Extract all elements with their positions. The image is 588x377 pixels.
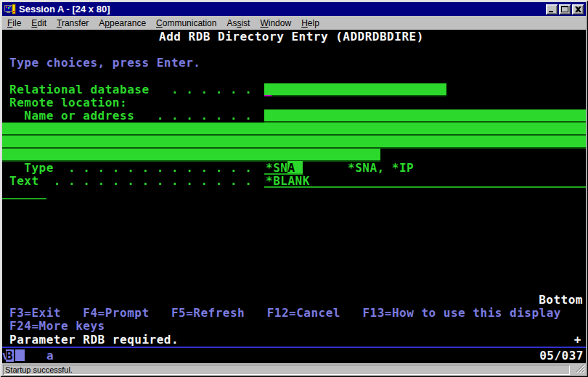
oia-cursor-block (15, 349, 25, 361)
menu-item-appearance[interactable]: Appearance (94, 17, 151, 30)
screen-title: Add RDB Directory Entry (ADDRDBDIRE) (159, 30, 424, 43)
window-title: Session A - [24 x 80] (19, 4, 546, 14)
type-field[interactable]: *SNA (266, 162, 303, 174)
oia-cursor-position: 05/037 (539, 349, 584, 362)
type-options: *SNA, *IP (348, 162, 414, 174)
minimize-icon (548, 6, 555, 12)
status-bar: Startup successful. (2, 364, 586, 376)
rmtlocname-field-line4[interactable] (2, 149, 380, 162)
text-label: Text . . . . . . . . . . . . . . (9, 175, 252, 187)
app-icon[interactable] (4, 4, 16, 15)
text-cursor (264, 95, 271, 96)
function-keys-line2: F24=More keys (9, 320, 105, 332)
rmtlocname-field-line2[interactable] (2, 123, 586, 136)
terminal-screen[interactable]: Add RDB Directory Entry (ADDRDBDIRE) Typ… (2, 30, 586, 363)
menu-item-help[interactable]: Help (296, 17, 324, 30)
oia-separator (2, 347, 586, 348)
minimize-button[interactable] (546, 4, 558, 14)
menu-item-assist[interactable]: Assist (221, 17, 255, 30)
maximize-button[interactable] (559, 4, 571, 14)
message-line: Parameter RDB required. (9, 334, 179, 346)
name-address-label: Name or address . . . . . . . (9, 109, 252, 122)
close-button[interactable] (572, 4, 584, 14)
rmtlocname-field-line3[interactable] (2, 136, 586, 149)
type-label: Type . . . . . . . . . . . . . (9, 162, 252, 174)
session-window: Session A - [24 x 80] File Edit Transfer… (0, 0, 588, 377)
menubar: File Edit Transfer Appearance Communicat… (2, 16, 586, 30)
more-messages-indicator: + (574, 334, 581, 346)
maximize-icon (561, 6, 568, 12)
text-field[interactable]: *BLANK (266, 175, 310, 187)
menu-item-transfer[interactable]: Transfer (52, 17, 94, 30)
text-field-continuation-underline[interactable] (2, 198, 46, 199)
oia-shift-indicator: a (46, 349, 54, 362)
remote-location-label: Remote location: (9, 96, 127, 109)
status-message: Startup successful. (3, 365, 570, 375)
menu-item-file[interactable]: File (2, 17, 26, 30)
oia-block-indicator: B (6, 349, 14, 362)
function-keys-line1: F3=Exit F4=Prompt F5=Refresh F12=Cancel … (9, 307, 561, 319)
resize-grip[interactable] (576, 362, 585, 376)
close-icon (575, 7, 581, 12)
rdb-label: Relational database . . . . . . (9, 83, 252, 96)
text-field-underline (264, 186, 586, 188)
bottom-indicator: Bottom (539, 294, 583, 306)
instruction-text: Type choices, press Enter. (9, 57, 200, 69)
rdb-field[interactable] (264, 83, 446, 96)
menu-item-window[interactable]: Window (255, 17, 296, 30)
oia-status-row: v B a 05/037 (2, 349, 586, 363)
menu-item-communication[interactable]: Communication (151, 17, 221, 30)
rmtlocname-field-line1[interactable] (264, 109, 586, 123)
titlebar[interactable]: Session A - [24 x 80] (2, 2, 586, 16)
menu-item-edit[interactable]: Edit (26, 17, 52, 30)
